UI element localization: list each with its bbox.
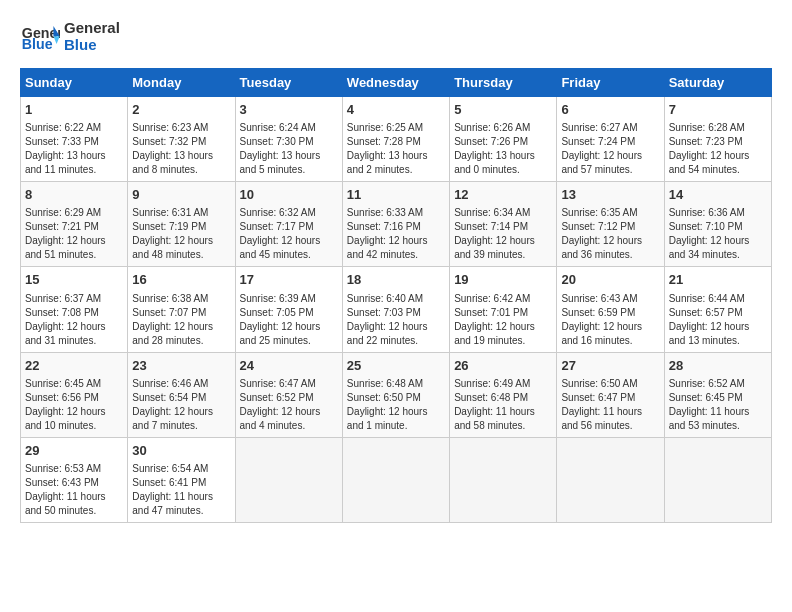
day-number: 30	[132, 442, 230, 460]
calendar-week-4: 22Sunrise: 6:45 AM Sunset: 6:56 PM Dayli…	[21, 352, 772, 437]
calendar-cell: 29Sunrise: 6:53 AM Sunset: 6:43 PM Dayli…	[21, 437, 128, 522]
day-number: 14	[669, 186, 767, 204]
day-number: 3	[240, 101, 338, 119]
day-header-thursday: Thursday	[450, 69, 557, 97]
calendar-cell: 22Sunrise: 6:45 AM Sunset: 6:56 PM Dayli…	[21, 352, 128, 437]
calendar-cell: 21Sunrise: 6:44 AM Sunset: 6:57 PM Dayli…	[664, 267, 771, 352]
day-info: Sunrise: 6:33 AM Sunset: 7:16 PM Dayligh…	[347, 206, 445, 262]
page-header: General Blue General Blue	[20, 20, 772, 53]
calendar-week-2: 8Sunrise: 6:29 AM Sunset: 7:21 PM Daylig…	[21, 182, 772, 267]
day-number: 21	[669, 271, 767, 289]
day-info: Sunrise: 6:23 AM Sunset: 7:32 PM Dayligh…	[132, 121, 230, 177]
day-number: 11	[347, 186, 445, 204]
calendar-cell: 1Sunrise: 6:22 AM Sunset: 7:33 PM Daylig…	[21, 97, 128, 182]
calendar-cell: 30Sunrise: 6:54 AM Sunset: 6:41 PM Dayli…	[128, 437, 235, 522]
day-info: Sunrise: 6:22 AM Sunset: 7:33 PM Dayligh…	[25, 121, 123, 177]
day-info: Sunrise: 6:45 AM Sunset: 6:56 PM Dayligh…	[25, 377, 123, 433]
calendar-cell: 19Sunrise: 6:42 AM Sunset: 7:01 PM Dayli…	[450, 267, 557, 352]
calendar-cell: 28Sunrise: 6:52 AM Sunset: 6:45 PM Dayli…	[664, 352, 771, 437]
calendar-cell	[557, 437, 664, 522]
day-info: Sunrise: 6:27 AM Sunset: 7:24 PM Dayligh…	[561, 121, 659, 177]
day-number: 25	[347, 357, 445, 375]
day-number: 17	[240, 271, 338, 289]
day-number: 6	[561, 101, 659, 119]
day-info: Sunrise: 6:44 AM Sunset: 6:57 PM Dayligh…	[669, 292, 767, 348]
day-info: Sunrise: 6:40 AM Sunset: 7:03 PM Dayligh…	[347, 292, 445, 348]
logo: General Blue General Blue	[20, 20, 120, 53]
day-number: 28	[669, 357, 767, 375]
day-info: Sunrise: 6:29 AM Sunset: 7:21 PM Dayligh…	[25, 206, 123, 262]
calendar-cell: 5Sunrise: 6:26 AM Sunset: 7:26 PM Daylig…	[450, 97, 557, 182]
day-info: Sunrise: 6:37 AM Sunset: 7:08 PM Dayligh…	[25, 292, 123, 348]
calendar-cell: 14Sunrise: 6:36 AM Sunset: 7:10 PM Dayli…	[664, 182, 771, 267]
day-number: 15	[25, 271, 123, 289]
day-number: 29	[25, 442, 123, 460]
day-info: Sunrise: 6:53 AM Sunset: 6:43 PM Dayligh…	[25, 462, 123, 518]
calendar-cell: 2Sunrise: 6:23 AM Sunset: 7:32 PM Daylig…	[128, 97, 235, 182]
day-header-wednesday: Wednesday	[342, 69, 449, 97]
calendar-cell	[450, 437, 557, 522]
day-number: 18	[347, 271, 445, 289]
calendar-cell: 27Sunrise: 6:50 AM Sunset: 6:47 PM Dayli…	[557, 352, 664, 437]
calendar-cell: 26Sunrise: 6:49 AM Sunset: 6:48 PM Dayli…	[450, 352, 557, 437]
day-info: Sunrise: 6:31 AM Sunset: 7:19 PM Dayligh…	[132, 206, 230, 262]
day-number: 8	[25, 186, 123, 204]
day-info: Sunrise: 6:35 AM Sunset: 7:12 PM Dayligh…	[561, 206, 659, 262]
calendar-cell: 11Sunrise: 6:33 AM Sunset: 7:16 PM Dayli…	[342, 182, 449, 267]
day-info: Sunrise: 6:26 AM Sunset: 7:26 PM Dayligh…	[454, 121, 552, 177]
calendar-cell: 13Sunrise: 6:35 AM Sunset: 7:12 PM Dayli…	[557, 182, 664, 267]
day-number: 9	[132, 186, 230, 204]
calendar-cell: 17Sunrise: 6:39 AM Sunset: 7:05 PM Dayli…	[235, 267, 342, 352]
day-number: 19	[454, 271, 552, 289]
day-number: 7	[669, 101, 767, 119]
calendar-cell: 9Sunrise: 6:31 AM Sunset: 7:19 PM Daylig…	[128, 182, 235, 267]
day-info: Sunrise: 6:49 AM Sunset: 6:48 PM Dayligh…	[454, 377, 552, 433]
day-number: 2	[132, 101, 230, 119]
day-number: 20	[561, 271, 659, 289]
logo-general: General	[64, 20, 120, 37]
calendar-cell	[342, 437, 449, 522]
day-info: Sunrise: 6:42 AM Sunset: 7:01 PM Dayligh…	[454, 292, 552, 348]
calendar-cell: 4Sunrise: 6:25 AM Sunset: 7:28 PM Daylig…	[342, 97, 449, 182]
calendar-week-1: 1Sunrise: 6:22 AM Sunset: 7:33 PM Daylig…	[21, 97, 772, 182]
day-number: 26	[454, 357, 552, 375]
day-number: 10	[240, 186, 338, 204]
day-number: 22	[25, 357, 123, 375]
day-number: 4	[347, 101, 445, 119]
calendar-cell: 3Sunrise: 6:24 AM Sunset: 7:30 PM Daylig…	[235, 97, 342, 182]
day-info: Sunrise: 6:34 AM Sunset: 7:14 PM Dayligh…	[454, 206, 552, 262]
day-info: Sunrise: 6:48 AM Sunset: 6:50 PM Dayligh…	[347, 377, 445, 433]
calendar-cell: 6Sunrise: 6:27 AM Sunset: 7:24 PM Daylig…	[557, 97, 664, 182]
day-info: Sunrise: 6:46 AM Sunset: 6:54 PM Dayligh…	[132, 377, 230, 433]
calendar-week-3: 15Sunrise: 6:37 AM Sunset: 7:08 PM Dayli…	[21, 267, 772, 352]
day-info: Sunrise: 6:47 AM Sunset: 6:52 PM Dayligh…	[240, 377, 338, 433]
calendar-cell	[235, 437, 342, 522]
calendar-cell	[664, 437, 771, 522]
calendar-cell: 8Sunrise: 6:29 AM Sunset: 7:21 PM Daylig…	[21, 182, 128, 267]
day-info: Sunrise: 6:38 AM Sunset: 7:07 PM Dayligh…	[132, 292, 230, 348]
day-number: 27	[561, 357, 659, 375]
calendar-cell: 7Sunrise: 6:28 AM Sunset: 7:23 PM Daylig…	[664, 97, 771, 182]
day-number: 16	[132, 271, 230, 289]
day-info: Sunrise: 6:28 AM Sunset: 7:23 PM Dayligh…	[669, 121, 767, 177]
day-info: Sunrise: 6:36 AM Sunset: 7:10 PM Dayligh…	[669, 206, 767, 262]
day-info: Sunrise: 6:50 AM Sunset: 6:47 PM Dayligh…	[561, 377, 659, 433]
day-number: 12	[454, 186, 552, 204]
calendar-cell: 25Sunrise: 6:48 AM Sunset: 6:50 PM Dayli…	[342, 352, 449, 437]
day-header-monday: Monday	[128, 69, 235, 97]
day-number: 5	[454, 101, 552, 119]
logo-icon: General Blue	[20, 22, 60, 52]
day-header-saturday: Saturday	[664, 69, 771, 97]
calendar-table: SundayMondayTuesdayWednesdayThursdayFrid…	[20, 68, 772, 523]
day-number: 24	[240, 357, 338, 375]
day-number: 23	[132, 357, 230, 375]
day-number: 1	[25, 101, 123, 119]
day-header-friday: Friday	[557, 69, 664, 97]
day-info: Sunrise: 6:52 AM Sunset: 6:45 PM Dayligh…	[669, 377, 767, 433]
day-header-sunday: Sunday	[21, 69, 128, 97]
calendar-cell: 20Sunrise: 6:43 AM Sunset: 6:59 PM Dayli…	[557, 267, 664, 352]
calendar-cell: 23Sunrise: 6:46 AM Sunset: 6:54 PM Dayli…	[128, 352, 235, 437]
calendar-cell: 15Sunrise: 6:37 AM Sunset: 7:08 PM Dayli…	[21, 267, 128, 352]
calendar-header-row: SundayMondayTuesdayWednesdayThursdayFrid…	[21, 69, 772, 97]
logo-blue: Blue	[64, 37, 120, 54]
